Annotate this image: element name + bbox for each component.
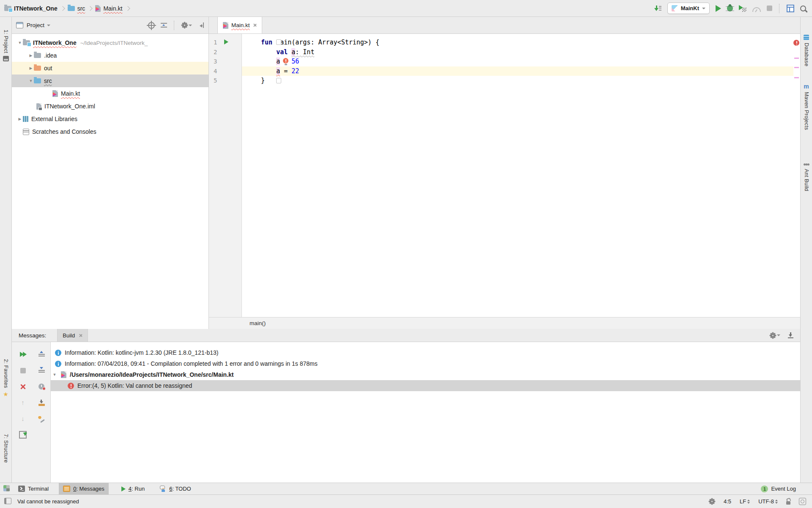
stop-button-disabled [767,6,772,11]
tool-window-switcher-icon[interactable] [3,485,10,493]
update-project-icon[interactable] [654,5,661,12]
event-log-button[interactable]: 1 Event Log [757,483,800,494]
breadcrumb-file[interactable]: Main.kt [95,5,122,12]
stripe-mark[interactable] [794,77,799,78]
tool-button-database[interactable]: Database [801,35,812,66]
event-count: 1 [763,486,766,491]
status-bar: Val cannot be reassigned 4:5 LF UTF-8 [0,494,812,508]
todo-icon [160,486,166,492]
code-line-5: } [242,76,793,86]
close-tab-icon[interactable] [79,334,82,337]
line-separator-widget[interactable]: LF [740,498,750,505]
caret-position-widget[interactable]: 4:5 [724,498,731,505]
error-lightbulb-icon[interactable] [283,58,289,65]
tree-row-iml[interactable]: ITNetwork_One.iml [12,100,208,113]
gear-icon [181,22,188,28]
tree-row-project-root[interactable]: ▼ ITNetwork_One ~/IdeaProjects/ITNetwork… [12,36,208,49]
tool-button-messages[interactable]: 0: Messages [59,483,109,494]
breadcrumb-src[interactable]: src [68,5,85,12]
search-everywhere-icon[interactable] [800,6,806,11]
highlighting-level-icon[interactable] [799,498,806,505]
tool-button-ant-label: Ant Build [804,169,809,191]
compiler-settings-button[interactable] [37,415,46,422]
chevron-expanded-icon[interactable]: ▼ [28,79,34,83]
tool-button-favorites[interactable]: 2: Favorites ★ [0,359,11,398]
terminal-icon [18,486,25,492]
close-tab-icon[interactable] [253,23,257,27]
message-row-error[interactable]: Error:(4, 5) Kotlin: Val cannot be reass… [51,380,800,391]
tool-button-project[interactable]: 1: Project [0,30,11,61]
debug-button[interactable] [727,5,733,11]
code-text: } [261,77,265,84]
todo-label: 6: TODO [169,486,191,492]
tool-button-run[interactable]: 4: Run [117,483,149,494]
hide-panel-icon[interactable] [198,22,204,28]
tool-button-ant[interactable]: Ant Build [801,163,812,191]
collapse-all-button[interactable] [37,367,46,374]
chevron-collapsed-icon[interactable]: ▶ [28,53,34,58]
editor-breadcrumb-function[interactable]: main() [250,320,266,326]
tool-button-todo[interactable]: 6: TODO [156,483,195,494]
hide-warnings-button[interactable] [37,383,46,390]
database-icon [804,35,809,40]
chevron-collapsed-icon[interactable]: ▶ [17,117,23,121]
restore-layout-icon[interactable] [787,5,794,12]
messages-list: Information: Kotlin: kotlinc-jvm 1.2.30 … [51,342,800,483]
messages-settings-button[interactable] [770,332,780,339]
error-stripe [793,34,800,317]
line-number: 2 [214,47,241,57]
status-message: Val cannot be reassigned [17,498,79,505]
indent [261,67,276,75]
editor-tab-mainkt[interactable]: Main.kt [217,17,262,33]
chevron-expanded-icon[interactable]: ▼ [17,41,23,45]
encoding-widget[interactable]: UTF-8 [758,498,778,505]
chevron-expanded-icon[interactable]: ▼ [52,373,58,377]
scroll-to-end-button[interactable] [37,399,46,406]
breadcrumb-project-label: ITNetwork_One [14,5,58,12]
terminal-label: Terminal [28,486,49,492]
background-tasks-icon[interactable] [709,498,715,505]
stripe-mark[interactable] [794,58,799,59]
tree-row-out[interactable]: ▶ out [12,62,208,75]
module-file-icon [36,103,41,110]
close-panel-button[interactable] [19,383,27,390]
tree-label: .idea [44,52,57,59]
file-error-indicator-icon[interactable] [793,40,799,46]
rerun-build-button[interactable] [19,351,27,358]
collapse-all-icon[interactable] [161,22,167,28]
tool-button-terminal[interactable]: Terminal [14,483,53,494]
project-settings-button[interactable] [181,22,192,28]
message-row-info-2[interactable]: Information: 07/04/2018, 09:41 - Compila… [51,358,800,369]
tree-row-src[interactable]: ▼ src [12,75,208,87]
number-literal: 22 [291,67,299,75]
code-editor[interactable]: 1 2 3 4 5 fun main(args: Array<String>) … [209,34,800,329]
run-with-coverage-button[interactable] [739,5,746,12]
fold-region-end-icon[interactable] [276,78,281,83]
toolwindow-toggle-icon[interactable] [4,498,11,505]
tool-button-maven[interactable]: m Maven Projects [801,84,812,130]
run-gutter-icon[interactable] [224,39,228,44]
message-row-file[interactable]: ▼ /Users/monarezio/IdeaProjects/ITNetwor… [51,369,800,380]
message-row-info-1[interactable]: Information: Kotlin: kotlinc-jvm 1.2.30 … [51,347,800,358]
run-button[interactable] [716,5,721,12]
chevron-collapsed-icon[interactable]: ▶ [28,66,34,70]
tree-row-scratches[interactable]: Scratches and Consoles [12,125,208,138]
readonly-lock-icon[interactable] [786,501,790,505]
breadcrumb-file-label: Main.kt [103,5,122,12]
tree-row-external-libraries[interactable]: ▶ External Libraries [12,113,208,125]
tool-button-structure[interactable]: 7: Structure [0,434,11,463]
code-area[interactable]: fun main(args: Array<String>) { val a: I… [242,34,793,317]
fold-region-start-icon[interactable] [276,39,281,45]
tree-row-mainkt[interactable]: Main.kt [12,87,208,100]
chevron-right-icon [125,6,130,11]
chevron-down-icon[interactable] [47,25,50,28]
export-log-icon[interactable] [788,332,793,338]
locate-file-icon[interactable] [148,22,155,29]
expand-all-button[interactable] [37,351,46,358]
stripe-mark[interactable] [794,67,799,68]
build-tab[interactable]: Build [57,329,88,342]
run-configuration-select[interactable]: MainKt [667,3,710,14]
breadcrumb-project[interactable]: ITNetwork_One [4,5,58,12]
export-to-file-button[interactable] [19,431,27,439]
tree-row-idea[interactable]: ▶ .idea [12,49,208,62]
